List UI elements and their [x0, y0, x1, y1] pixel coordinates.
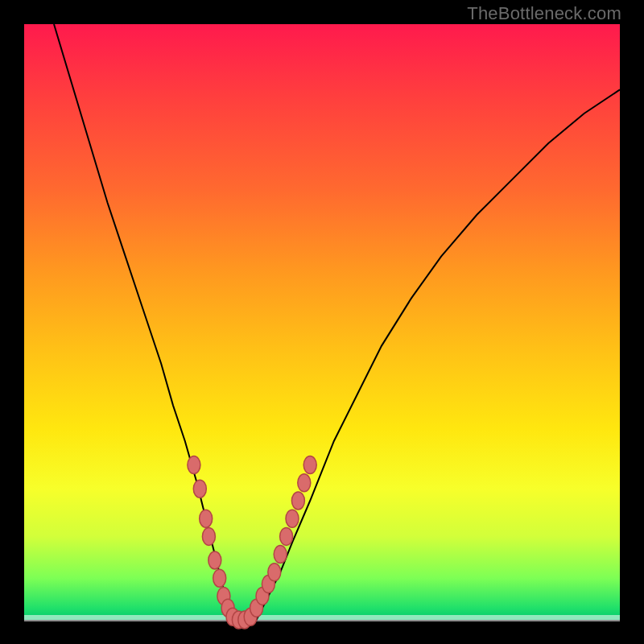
marker-point	[200, 510, 213, 527]
marker-point	[202, 527, 215, 545]
marker-point	[193, 480, 206, 497]
marker-point	[303, 456, 316, 474]
marker-point	[298, 474, 311, 492]
watermark-text: TheBottleneck.com	[467, 3, 621, 24]
marker-point	[274, 546, 287, 564]
marker-point	[280, 527, 293, 545]
marker-point	[291, 492, 304, 510]
marker-point	[268, 564, 281, 581]
marker-point	[213, 569, 226, 587]
marker-point	[286, 510, 299, 527]
bottleneck-curve	[54, 24, 620, 620]
marker-point	[188, 456, 200, 474]
marker-point	[208, 551, 221, 569]
marker-cluster	[188, 456, 316, 629]
chart-svg	[24, 24, 620, 620]
chart-frame: TheBottleneck.com	[0, 0, 644, 644]
